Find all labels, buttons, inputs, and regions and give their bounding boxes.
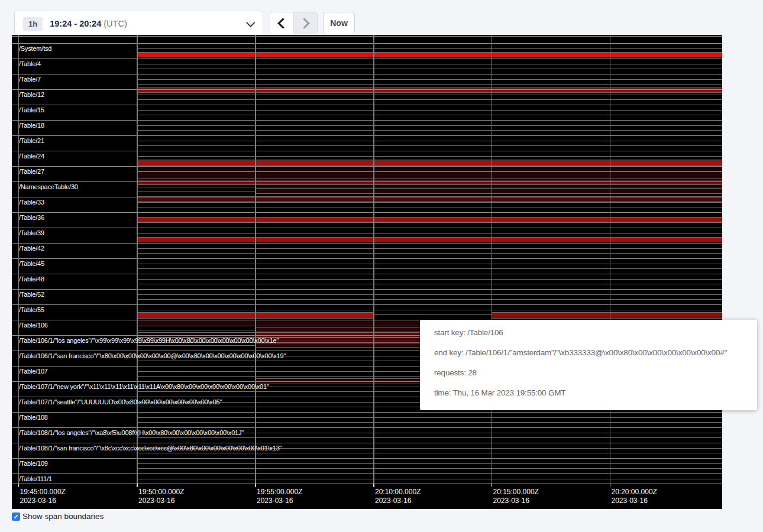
span-label: /NamespaceTable/30	[19, 183, 78, 190]
span-boundary-line	[12, 443, 722, 443]
heat-band	[255, 188, 722, 194]
axis-tick-mark	[255, 484, 256, 487]
span-label: /Table/107	[19, 368, 48, 375]
span-boundary-line	[12, 151, 722, 151]
toolbar: 1h 19:24 - 20:24 (UTC) Now	[0, 0, 763, 37]
span-label: /Table/39	[19, 229, 44, 236]
span-boundary-line	[137, 453, 722, 453]
heat-band	[137, 237, 722, 242]
span-boundary-line	[12, 36, 722, 37]
span-label: /Table/55	[19, 306, 44, 313]
span-boundary-line	[137, 202, 722, 203]
time-gridline	[137, 35, 138, 484]
time-gridline	[18, 35, 20, 484]
range-times: 19:24 - 20:24	[50, 19, 101, 28]
now-button[interactable]: Now	[323, 12, 355, 34]
span-boundary-line	[12, 289, 722, 290]
span-label: /Table/4	[19, 60, 41, 67]
axis-tick-date: 2023-03-16	[20, 497, 66, 505]
span-boundary-line	[12, 212, 722, 213]
span-boundary-line	[12, 228, 722, 228]
span-boundary-line	[12, 274, 722, 274]
span-boundary-line	[12, 105, 722, 105]
span-boundary-line	[12, 166, 722, 167]
time-range-selector[interactable]: 1h 19:24 - 20:24 (UTC)	[14, 11, 263, 37]
heat-band	[137, 217, 722, 222]
span-boundary-line	[137, 299, 722, 300]
span-label: /Table/36	[19, 214, 44, 221]
chevron-down-icon	[246, 18, 256, 27]
span-label: /Table/109	[19, 460, 48, 467]
span-boundary-line	[137, 99, 722, 100]
span-boundary-line	[137, 110, 722, 111]
span-boundary-line	[12, 59, 722, 59]
heat-band	[137, 52, 722, 57]
time-nav	[270, 12, 318, 34]
span-boundary-line	[137, 95, 722, 95]
heat-band	[137, 166, 722, 171]
span-boundary-line	[137, 468, 722, 469]
span-boundary-line	[137, 479, 722, 479]
axis-tick-label: 19:55:00.000Z2023-03-16	[257, 488, 302, 505]
span-boundary-line	[137, 69, 722, 69]
heat-band	[137, 171, 722, 179]
show-span-boundaries-control[interactable]: ✓ Show span boundaries	[12, 512, 104, 521]
span-boundary-line	[137, 130, 722, 131]
hover-tooltip: start key: /Table/106 end key: /Table/10…	[420, 320, 757, 410]
span-label: /Table/33	[19, 199, 44, 206]
axis-tick-label: 20:20:00.000Z2023-03-16	[612, 488, 657, 505]
span-boundary-line	[12, 473, 722, 474]
axis-tick-mark	[492, 484, 493, 487]
span-boundary-line	[137, 48, 722, 49]
range-text: 19:24 - 20:24 (UTC)	[50, 19, 127, 28]
span-boundary-line	[137, 156, 722, 157]
chevron-right-icon	[299, 18, 309, 28]
span-boundary-line	[12, 258, 722, 259]
span-boundary-line	[137, 125, 722, 126]
span-label: /Table/42	[19, 245, 44, 252]
next-interval-button[interactable]	[293, 12, 317, 34]
heat-band	[492, 312, 722, 319]
axis-tick-mark	[610, 484, 611, 487]
tooltip-requests: requests: 28	[434, 367, 757, 379]
span-boundary-line	[137, 268, 722, 269]
span-boundary-line	[12, 89, 722, 90]
span-boundary-line	[137, 79, 722, 80]
prev-interval-button[interactable]	[270, 12, 293, 34]
span-boundary-line	[137, 448, 722, 449]
span-label: /Table/21	[19, 137, 44, 144]
heat-band	[137, 160, 722, 166]
checkbox-checked-icon[interactable]: ✓	[12, 512, 20, 521]
span-boundary-line	[137, 279, 722, 280]
span-boundary-line	[12, 197, 722, 197]
span-boundary-line	[137, 84, 722, 85]
key-visualizer-heatmap[interactable]: /System/tsd/Table/4/Table/7/Table/12/Tab…	[12, 35, 722, 509]
span-boundary-line	[137, 310, 722, 310]
time-gridline	[373, 35, 374, 484]
span-label: /System/tsd	[19, 45, 51, 52]
span-boundary-line	[137, 248, 722, 249]
span-label: /Table/108	[19, 414, 48, 421]
axis-tick-label: 19:50:00.000Z2023-03-16	[138, 488, 184, 505]
span-label: /Table/24	[19, 153, 44, 160]
axis-tick-date: 2023-03-16	[493, 497, 539, 505]
tooltip-start-key: start key: /Table/106	[434, 327, 757, 339]
span-boundary-line	[137, 422, 722, 423]
tooltip-end-key: end key: /Table/106/1/"amsterdam"/"\xb33…	[434, 347, 757, 359]
axis-tick-date: 2023-03-16	[138, 497, 184, 505]
time-gridline	[492, 35, 493, 484]
heat-band	[137, 87, 722, 93]
span-label: /Table/12	[19, 91, 44, 98]
span-boundary-line	[137, 222, 722, 223]
span-boundary-line	[137, 207, 722, 207]
span-label: /Table/7	[19, 76, 41, 83]
tooltip-time: time: Thu, 16 Mar 2023 19:55:00 GMT	[434, 387, 757, 399]
time-gridline	[255, 35, 256, 484]
span-boundary-line	[12, 458, 722, 459]
heat-band	[137, 338, 255, 343]
span-label: /Table/45	[19, 260, 44, 267]
span-boundary-line	[12, 427, 722, 428]
time-gridline	[610, 35, 611, 484]
span-boundary-line	[137, 187, 722, 187]
axis-tick-label: 19:45:00.000Z2023-03-16	[20, 488, 66, 505]
